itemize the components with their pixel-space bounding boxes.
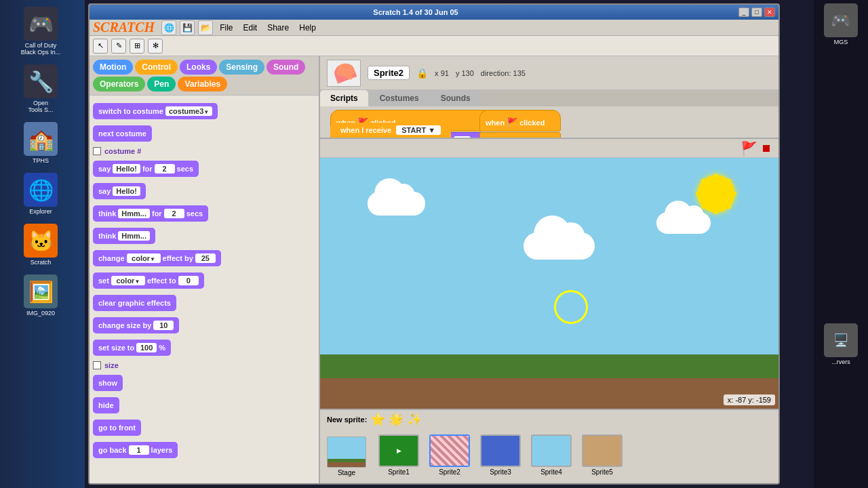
stage-thumbnail[interactable]: Stage (327, 436, 366, 476)
block-set-effect[interactable]: set color effect to 0 (93, 272, 204, 289)
sprite-x: 91 (441, 69, 449, 77)
cloud-2 (524, 232, 595, 260)
block-go-back[interactable]: go back 1 layers (93, 442, 178, 458)
close-button[interactable]: ✕ (764, 7, 775, 17)
cat-sensing[interactable]: Sensing (219, 60, 264, 75)
toolbar-btn-4[interactable]: ✻ (148, 39, 163, 54)
blocks-list: switch to costume costume3 next costume … (90, 96, 319, 483)
app-open-tools[interactable]: 🔧 OpenTools S... (3, 61, 78, 117)
menu-file[interactable]: File (220, 23, 233, 33)
sprite-item-sprite1[interactable]: ▶ Sprite1 (375, 434, 422, 479)
app-img0920[interactable]: 🖼️ IMG_0920 (3, 271, 78, 320)
app-tphs[interactable]: 🏫 TPHS (3, 119, 78, 167)
globe-icon-btn[interactable]: 🌐 (161, 20, 176, 35)
cat-variables[interactable]: Variables (178, 77, 227, 92)
script-group-2: when 🚩 clicked forever go to front (479, 110, 561, 138)
tab-sounds[interactable]: Sounds (431, 90, 481, 106)
toolbar-btn-3[interactable]: ⊞ (130, 39, 144, 54)
block-next-costume[interactable]: next costume (93, 125, 152, 142)
sprite-dir: 135 (513, 69, 526, 77)
scratch-logo: SCRATCH (93, 20, 155, 35)
block-set-size[interactable]: set size to 100 % (93, 340, 171, 356)
toolbar-btn-1[interactable]: ↖ (93, 39, 108, 54)
save-icon-btn[interactable]: 💾 (180, 20, 195, 35)
block-clear-effects[interactable]: clear graphic effects (93, 295, 176, 311)
costume-checkbox[interactable] (93, 147, 101, 155)
sprite-tray-header: New sprite: ⭐ 🌟 ✨ (320, 410, 778, 429)
title-controls: _ □ ✕ (738, 7, 775, 17)
menu-edit[interactable]: Edit (243, 23, 258, 33)
block-when-clicked-2[interactable]: when 🚩 clicked (479, 110, 561, 131)
stop-button[interactable]: ⏹ (761, 142, 772, 155)
surprise-sprite-button[interactable]: ✨ (407, 412, 422, 427)
forever-block-2: forever go to front (479, 132, 561, 138)
import-icon-btn[interactable]: 📂 (198, 20, 213, 35)
sprite-list: Stage ▶ Sprite1 (320, 429, 778, 483)
upload-sprite-button[interactable]: 🌟 (389, 412, 403, 427)
app-scratch[interactable]: 🐱 Scratch (3, 220, 78, 269)
cat-control[interactable]: Control (135, 60, 178, 75)
maximize-button[interactable]: □ (751, 7, 762, 17)
size-label: size (104, 361, 119, 369)
cloud-3 (656, 212, 711, 234)
window-title: Scratch 1.4 of 30 Jun 05 (93, 8, 738, 16)
block-switch-costume[interactable]: switch to costume costume3 (93, 103, 218, 119)
green-flag-button[interactable]: 🚩 (741, 140, 757, 157)
tab-scripts[interactable]: Scripts (320, 90, 368, 106)
minimize-button[interactable]: _ (738, 7, 749, 17)
sprite-tray: New sprite: ⭐ 🌟 ✨ (320, 409, 778, 483)
left-panel: Motion Control Looks Sensing Sound Opera… (90, 56, 320, 483)
scripts-area[interactable]: when 🚩 clicked switch to costume pick ra… (320, 106, 778, 138)
sprite-item-sprite5[interactable]: Sprite5 (578, 434, 626, 479)
desktop-servers[interactable]: 🖥️ ...rvers (824, 323, 858, 365)
block-show[interactable]: show (93, 375, 123, 391)
block-go-to-front[interactable]: go to front (93, 420, 141, 436)
block-think-for[interactable]: think Hmm... for 2 secs (93, 205, 208, 222)
toolbar: ↖ ✎ ⊞ ✻ (90, 36, 778, 56)
sprite-header: Sprite2 🔒 x 91 y 130 direction: 135 (320, 56, 778, 90)
menu-items: File Edit Share Help (220, 23, 316, 33)
main-content: Motion Control Looks Sensing Sound Opera… (90, 56, 778, 483)
menu-bar: SCRATCH 🌐 💾 📂 File Edit Share Help (90, 20, 778, 36)
menu-help[interactable]: Help (299, 23, 316, 33)
stage-canvas[interactable]: x: -87 y: -159 (320, 158, 778, 409)
sprite-y: 130 (461, 69, 473, 77)
sprite-item-sprite3[interactable]: Sprite3 (477, 434, 524, 479)
toolbar-btn-2[interactable]: ✎ (111, 39, 126, 54)
cat-looks[interactable]: Looks (180, 60, 217, 75)
sprite-item-sprite4[interactable]: Sprite4 (528, 434, 575, 479)
sprite-info: x 91 y 130 direction: 135 (435, 69, 526, 77)
lock-icon[interactable]: 🔒 (416, 68, 428, 79)
size-checkbox[interactable] (93, 361, 101, 369)
menu-share[interactable]: Share (267, 23, 289, 33)
taskbar-apps: 🎮 Call of DutyBlack Ops In... 🔧 OpenTool… (0, 0, 85, 488)
cursor-ring (554, 290, 588, 324)
block-hide[interactable]: hide (93, 397, 119, 413)
stage-section: 🚩 ⏹ (320, 139, 778, 483)
stage-top-controls: 🚩 ⏹ (320, 139, 778, 158)
desktop-mgs[interactable]: 🎮 MGS (824, 3, 858, 45)
block-think[interactable]: think Hmm... (93, 228, 155, 244)
block-change-size[interactable]: change size by 10 (93, 317, 179, 333)
title-bar: Scratch 1.4 of 30 Jun 05 _ □ ✕ (90, 5, 778, 20)
block-partial-bottom[interactable]: when I receive START ▼ (330, 123, 451, 138)
stage-coords: x: -87 y: -159 (724, 394, 775, 405)
categories: Motion Control Looks Sensing Sound Opera… (90, 56, 319, 96)
app-call-of-duty[interactable]: 🎮 Call of DutyBlack Ops In... (3, 3, 78, 59)
app-explorer[interactable]: 🌐 Explorer (3, 169, 78, 218)
block-change-effect[interactable]: change color effect by 25 (93, 250, 221, 266)
paint-sprite-button[interactable]: ⭐ (370, 412, 385, 427)
sprite-name[interactable]: Sprite2 (368, 66, 410, 80)
block-say[interactable]: say Hello! (93, 183, 146, 199)
cat-motion[interactable]: Motion (93, 60, 133, 75)
block-say-for[interactable]: say Hello! for 2 secs (93, 161, 199, 177)
tab-costumes[interactable]: Costumes (370, 90, 429, 106)
cat-operators[interactable]: Operators (93, 77, 145, 92)
cat-pen[interactable]: Pen (147, 77, 176, 92)
cloud-1 (368, 192, 425, 216)
sprite-item-sprite2[interactable]: Sprite2 (426, 434, 473, 479)
cat-sound[interactable]: Sound (267, 60, 305, 75)
sprite-thumbnail (327, 60, 361, 87)
menu-icons: 🌐 💾 📂 (161, 20, 213, 35)
tabs: Scripts Costumes Sounds (320, 90, 778, 106)
